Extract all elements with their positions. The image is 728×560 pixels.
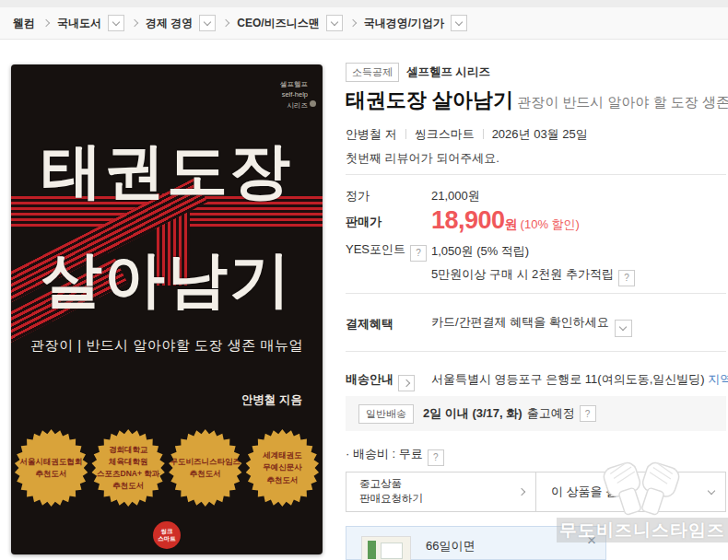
used-sale-request-line2: 판매요청하기 bbox=[359, 492, 423, 507]
badge-row: 소득공제 셀프헬프 시리즈 bbox=[346, 63, 490, 82]
publisher-link[interactable]: 씽크스마트 bbox=[415, 127, 475, 141]
list-price-value: 21,000원 bbox=[431, 188, 480, 204]
chevron-right-icon bbox=[131, 19, 138, 27]
payment-benefit-text: 카드/간편결제 혜택을 확인하세요 bbox=[431, 315, 609, 329]
publisher-stamp-icon: 씽크 스마트 bbox=[153, 521, 181, 549]
cover-series-label: 셀프헬프 self-help 시리즈 bbox=[280, 79, 308, 111]
sale-price-unit: 원 bbox=[505, 216, 518, 231]
seal-world-taekwondo: 세계태권도 무예신문사 추천도서 bbox=[245, 429, 319, 507]
breadcrumb-dropdown-1[interactable] bbox=[108, 15, 124, 31]
chevron-down-icon bbox=[708, 487, 715, 495]
breadcrumb-dropdown-2[interactable] bbox=[199, 15, 216, 31]
list-price-label: 정가 bbox=[346, 188, 370, 204]
payment-benefit-expand[interactable] bbox=[615, 320, 632, 337]
breadcrumb-item-domestic-books[interactable]: 국내도서 bbox=[57, 16, 101, 31]
breadcrumb-dropdown-3[interactable] bbox=[326, 15, 343, 31]
shipping-fee-row: · 배송비 : 무료? bbox=[346, 446, 444, 466]
delivery-eta-suffix: 출고예정 bbox=[527, 405, 575, 422]
author-row: 안병철 저씽크스마트2026년 03월 25일 bbox=[346, 126, 588, 143]
fists-icon bbox=[590, 459, 693, 519]
delivery-help-icon[interactable]: ? bbox=[580, 405, 596, 422]
recommendation-seals: 서울시태권도협회 추천도서 경희대학교 체육대학원 스포츠DNA+ 학과 추천도… bbox=[11, 429, 323, 507]
shipping-fee-help-icon[interactable]: ? bbox=[428, 449, 444, 466]
author-link[interactable]: 안병철 저 bbox=[346, 127, 397, 141]
divider bbox=[483, 129, 484, 139]
divider bbox=[346, 351, 726, 352]
shipping-address-row: 서울특별시 영등포구 은행로 11(여의도동,일신빌딩) 지역변경 bbox=[431, 371, 728, 388]
payment-benefit-label: 결제혜택 bbox=[346, 316, 393, 332]
cover-author: 안병철 지음 bbox=[241, 392, 302, 408]
shipping-label: 배송안내 bbox=[346, 372, 393, 386]
chevron-down-icon bbox=[330, 18, 337, 26]
shipping-detail-link[interactable] bbox=[398, 375, 415, 391]
chevron-down-icon bbox=[112, 18, 120, 26]
divider bbox=[346, 293, 726, 294]
cover-title-line2: 살아남기 bbox=[11, 249, 323, 309]
shipping-fee-value: 무료 bbox=[399, 447, 423, 461]
watermark-band: 무도비즈니스타임즈 bbox=[557, 518, 728, 542]
product-subtitle: 관장이 반드시 알아야 할 도장 생존 매뉴얼 bbox=[517, 94, 728, 110]
book-cover-image[interactable]: 셀프헬프 self-help 시리즈 태권도장 살아남기 관장이 | 반드시 알… bbox=[11, 64, 323, 554]
seal-mudo-times: 무도비즈니스타임즈 추천도서 bbox=[169, 429, 242, 507]
chevron-down-icon bbox=[619, 323, 627, 331]
shipping-fee-label: · 배송비 : bbox=[346, 447, 395, 461]
payment-benefit-row: 카드/간편결제 혜택을 확인하세요 bbox=[431, 314, 632, 337]
shipping-address: 서울특별시 영등포구 은행로 11(여의도동,일신빌딩) bbox=[431, 372, 705, 386]
extra-points-help-icon[interactable]: ? bbox=[618, 270, 635, 286]
watermark-text: 무도비즈니스타임즈 bbox=[559, 519, 725, 542]
chevron-right-icon bbox=[518, 488, 525, 496]
publish-date: 2026년 03월 25일 bbox=[492, 127, 588, 141]
points-value: 1,050원 (5% 적립) bbox=[431, 243, 529, 260]
breadcrumb-item-ceo[interactable]: CEO/비즈니스맨 bbox=[237, 16, 319, 31]
breadcrumb-item-economy[interactable]: 경제 경영 bbox=[146, 16, 193, 31]
cover-title-line1: 태권도장 bbox=[11, 140, 323, 201]
region-change-link[interactable]: 지역변경 bbox=[708, 372, 728, 386]
chevron-right-icon bbox=[403, 379, 410, 387]
points-label: YES포인트 bbox=[346, 242, 405, 256]
cover-subtitle: 관장이 | 반드시 알아야할 도장 생존 매뉴얼 bbox=[11, 337, 323, 355]
delivery-type-badge: 일반배송 bbox=[358, 404, 414, 424]
series-link[interactable]: 셀프헬프 시리즈 bbox=[406, 64, 490, 80]
points-help-icon[interactable]: ? bbox=[410, 245, 427, 262]
extra-points-text: 5만원이상 구매 시 2천원 추가적립 bbox=[431, 267, 614, 281]
promo-text: 66일이면 bbox=[426, 538, 475, 554]
seal-seoul-taekwondo: 서울시태권도협회 추천도서 bbox=[15, 429, 88, 507]
sale-price-label: 판매가 bbox=[346, 214, 382, 230]
chevron-right-icon bbox=[222, 19, 229, 27]
divider bbox=[405, 129, 406, 139]
breadcrumb-home[interactable]: 웰컴 bbox=[13, 16, 35, 31]
extra-points-row: 5만원이상 구매 시 2천원 추가적립? bbox=[431, 266, 635, 286]
series-badge-icon bbox=[310, 100, 316, 107]
delivery-eta-box: 일반배송 2일 이내 (3/17, 화) 출고예정 ? bbox=[346, 396, 726, 431]
chevron-down-icon bbox=[204, 18, 211, 26]
points-label-row: YES포인트? bbox=[346, 241, 427, 262]
delivery-eta: 2일 이내 (3/17, 화) bbox=[423, 405, 523, 422]
sale-price-row: 18,900원(10% 할인) bbox=[431, 208, 580, 233]
product-page: 웰컴 국내도서 경제 경영 CEO/비즈니스맨 국내경영/기업가 셀프헬프 se… bbox=[0, 0, 728, 560]
divider bbox=[346, 174, 726, 175]
first-review-link[interactable]: 첫번째 리뷰어가 되어주세요. bbox=[346, 150, 499, 167]
used-sale-request-button[interactable]: 중고상품 판매요청하기 bbox=[346, 472, 535, 512]
tax-deduction-badge: 소득공제 bbox=[346, 63, 399, 82]
discount-rate: (10% 할인) bbox=[521, 217, 580, 231]
promo-thumbnail bbox=[361, 536, 411, 560]
used-sale-request-line1: 중고상품 bbox=[359, 477, 423, 492]
sale-price-value: 18,900 bbox=[431, 206, 505, 234]
title-row: 태권도장 살아남기관장이 반드시 알아야 할 도장 생존 매뉴얼 bbox=[346, 87, 728, 114]
page-title: 태권도장 살아남기 bbox=[346, 88, 513, 111]
shipping-label-row: 배송안내 bbox=[346, 371, 415, 391]
chevron-right-icon bbox=[42, 19, 50, 27]
seal-kyunghee-univ: 경희대학교 체육대학원 스포츠DNA+ 학과 추천도서 bbox=[91, 429, 165, 507]
